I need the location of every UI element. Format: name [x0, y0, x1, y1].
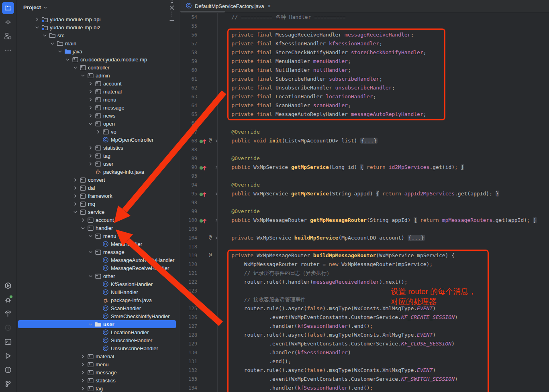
code-editor[interactable]: 54 // ========== 各种 Handler ==========55… [180, 12, 549, 392]
tree-item-main[interactable]: main [18, 39, 176, 47]
chevron-right-icon[interactable] [34, 16, 41, 22]
chevron-down-icon[interactable] [64, 56, 71, 63]
tree-item-unsubscribehandler[interactable]: CUnsubscribeHandler [18, 344, 176, 352]
override-marker-icon[interactable] [199, 191, 208, 199]
tree-item-user[interactable]: user [18, 320, 176, 328]
fold-chevron-icon[interactable] [214, 217, 219, 225]
chevron-down-icon[interactable] [87, 249, 94, 255]
tree-item-yudao-module-mp-biz[interactable]: yudao-module-mp-biz [18, 23, 176, 31]
terminal-icon[interactable] [2, 336, 14, 348]
annotation-gutter-icon[interactable]: @ [209, 137, 212, 143]
override-marker-icon[interactable] [199, 217, 208, 225]
project-folder-icon[interactable] [2, 2, 14, 14]
tree-item-material[interactable]: material [18, 87, 176, 95]
chevron-right-icon[interactable] [80, 369, 86, 376]
chevron-down-icon[interactable] [72, 209, 79, 215]
tree-item-src[interactable]: src [18, 31, 176, 39]
tree-item-open[interactable]: open [18, 120, 176, 128]
tree-item-storechecknotifyhandler[interactable]: CStoreCheckNotifyHandler [18, 312, 176, 320]
chevron-right-icon[interactable] [87, 152, 94, 159]
tree-item-subscribehandler[interactable]: CSubscribeHandler [18, 336, 176, 344]
chevron-right-icon[interactable] [87, 88, 94, 95]
tree-item-news[interactable]: news [18, 112, 176, 120]
chevron-down-icon[interactable] [80, 225, 86, 231]
tree-item-package-info-java[interactable]: package-info.java [18, 168, 176, 176]
chevron-right-icon[interactable] [72, 201, 79, 207]
chevron-right-icon[interactable] [87, 104, 94, 111]
swap-icon[interactable] [169, 0, 175, 4]
chevron-down-icon[interactable] [80, 72, 86, 79]
more-icon[interactable] [2, 44, 14, 56]
chevron-right-icon[interactable] [95, 128, 102, 135]
chevron-right-icon[interactable] [87, 144, 94, 151]
chevron-right-icon[interactable] [80, 361, 86, 368]
tree-item-menu[interactable]: menu [18, 95, 176, 104]
run-icon[interactable] [2, 350, 14, 362]
tree-item-mpopencontroller[interactable]: CMpOpenController [18, 136, 176, 144]
tree-item-vo[interactable]: vo [18, 128, 176, 136]
tree-item-kfsessionhandler[interactable]: CKfSessionHandler [18, 280, 176, 288]
tree-item-messagereceivehandler[interactable]: CMessageReceiveHandler [18, 264, 176, 272]
tree-item-menu[interactable]: menu [18, 360, 176, 368]
tree-item-account[interactable]: account [18, 79, 176, 87]
build-icon[interactable] [2, 308, 14, 320]
chevron-right-icon[interactable] [72, 185, 79, 191]
tree-item-framework[interactable]: framework [18, 192, 176, 200]
tree-item-message[interactable]: message [18, 248, 176, 256]
chevron-right-icon[interactable] [80, 217, 86, 223]
chevron-down-icon[interactable] [87, 120, 94, 127]
tree-item-admin[interactable]: admin [18, 71, 176, 79]
structure-icon[interactable] [2, 30, 14, 42]
commit-icon[interactable] [2, 16, 14, 28]
annotation-gutter-icon[interactable]: @ [209, 234, 212, 240]
tab-defaultmpservicefactory[interactable]: C DefaultMpServiceFactory.java × [180, 0, 276, 12]
tree-item-cn-iocoder-yudao-module-mp[interactable]: cn.iocoder.yudao.module.mp [18, 55, 176, 63]
chevron-down-icon[interactable] [49, 40, 56, 47]
tree-item-dal[interactable]: dal [18, 184, 176, 192]
tree-item-message[interactable]: message [18, 104, 176, 112]
annotation-gutter-icon[interactable]: @ [209, 252, 212, 258]
tab-close-icon[interactable]: × [267, 3, 271, 9]
tree-item-message[interactable]: message [18, 368, 176, 376]
chevron-right-icon[interactable] [80, 353, 86, 360]
chevron-right-icon[interactable] [87, 112, 94, 119]
chevron-down-icon[interactable] [72, 64, 79, 71]
tree-item-menuhandler[interactable]: CMenuHandler [18, 240, 176, 248]
chevron-down-icon[interactable] [57, 48, 63, 55]
chevron-right-icon[interactable] [72, 177, 79, 183]
problems-icon[interactable] [2, 364, 14, 376]
fold-chevron-icon[interactable] [214, 165, 219, 172]
chevron-right-icon[interactable] [87, 80, 94, 87]
tree-item-account[interactable]: account [18, 216, 176, 224]
chevron-right-icon[interactable] [80, 385, 86, 392]
tree-item-messageautoreplyhandler[interactable]: CMessageAutoReplyHandler [18, 256, 176, 264]
profiler-icon[interactable] [2, 322, 14, 334]
fold-chevron-icon[interactable] [214, 138, 219, 145]
collapse-x-icon[interactable] [169, 4, 175, 11]
tree-item-yudao-module-mp-api[interactable]: yudao-module-mp-api [18, 15, 176, 23]
chevron-down-icon[interactable] [87, 321, 94, 327]
tree-item-user[interactable]: user [18, 160, 176, 168]
tree-item-java[interactable]: java [18, 47, 176, 55]
tree-item-locationhandler[interactable]: CLocationHandler [18, 328, 176, 336]
tree-item-tag[interactable]: tag [18, 152, 176, 160]
git-icon[interactable] [2, 378, 14, 390]
chevron-right-icon[interactable] [87, 160, 94, 167]
chevron-down-icon[interactable] [41, 32, 48, 39]
project-panel-title[interactable]: Project [23, 4, 48, 10]
tree-item-nullhandler[interactable]: CNullHandler [18, 288, 176, 296]
tree-item-service[interactable]: service [18, 208, 176, 216]
tree-item-statistics[interactable]: statistics [18, 144, 176, 152]
tree-item-tag[interactable]: tag [18, 384, 176, 392]
override-marker-icon[interactable] [199, 138, 208, 146]
fold-chevron-icon[interactable] [214, 191, 219, 198]
override-marker-icon[interactable] [199, 165, 208, 172]
tree-item-other[interactable]: other [18, 272, 176, 280]
chevron-right-icon[interactable] [72, 193, 79, 199]
services-icon[interactable] [2, 280, 14, 292]
tree-item-material[interactable]: material [18, 352, 176, 360]
tree-item-controller[interactable]: controller [18, 63, 176, 71]
chevron-right-icon[interactable] [80, 377, 86, 384]
tree-item-scanhandler[interactable]: CScanHandler [18, 304, 176, 312]
chevron-down-icon[interactable] [87, 233, 94, 239]
